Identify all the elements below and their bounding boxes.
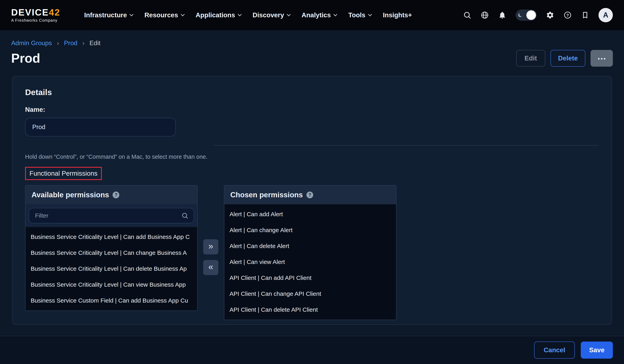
- permission-option[interactable]: Alert | Can view Alert: [224, 254, 396, 270]
- chosen-permissions-title: Chosen permissions: [230, 191, 303, 199]
- permission-option[interactable]: Business Service Custom Field | Can add …: [26, 293, 197, 309]
- double-chevron-left-icon: «: [208, 262, 213, 272]
- edit-button[interactable]: Edit: [516, 50, 545, 67]
- details-heading: Details: [25, 88, 599, 97]
- nav-item-tools[interactable]: Tools: [343, 8, 376, 23]
- nav-item-label: Tools: [348, 11, 365, 19]
- permission-option[interactable]: Business Service Criticality Level | Can…: [26, 261, 197, 277]
- permission-option[interactable]: API Client | Can delete API Client: [224, 302, 396, 318]
- permission-option[interactable]: Business Service Criticality Level | Can…: [26, 245, 197, 261]
- permission-option[interactable]: Alert | Can add Alert: [224, 206, 396, 222]
- ellipsis-icon: …: [597, 51, 606, 62]
- permission-option[interactable]: Business Service Criticality Level | Can…: [26, 277, 197, 293]
- breadcrumb: Admin Groups › Prod › Edit: [0, 30, 624, 47]
- multiselect-hint: Hold down “Control”, or “Command” on a M…: [25, 154, 599, 160]
- breadcrumb-prod[interactable]: Prod: [64, 39, 78, 46]
- logo-text: DEVICE42: [11, 8, 60, 17]
- nav-item-resources[interactable]: Resources: [140, 8, 189, 23]
- chevron-down-icon: [130, 12, 133, 16]
- more-actions-button[interactable]: …: [591, 50, 613, 67]
- save-button[interactable]: Save: [581, 341, 613, 359]
- functional-permissions-label: Functional Permissions: [29, 170, 97, 177]
- nav-item-label: Discovery: [253, 11, 284, 19]
- permission-option[interactable]: Alert | Can change Alert: [224, 222, 396, 238]
- available-permissions-header: Available permissions ?: [26, 185, 197, 204]
- globe-icon[interactable]: [481, 11, 489, 19]
- breadcrumb-admin-groups[interactable]: Admin Groups: [11, 39, 52, 46]
- page-header: Prod Edit Delete …: [0, 50, 624, 67]
- toggle-knob: [526, 10, 536, 20]
- cancel-button[interactable]: Cancel: [534, 341, 575, 359]
- available-permissions-title: Available permissions: [31, 191, 109, 199]
- nav-item-infrastructure[interactable]: Infrastructure: [79, 8, 138, 23]
- divider: [213, 145, 599, 146]
- nav-item-insights[interactable]: Insights+: [378, 8, 417, 23]
- chevron-down-icon: [287, 12, 291, 16]
- available-permissions-list: Business Service Criticality Level | Can…: [26, 227, 197, 311]
- page-title: Prod: [11, 51, 40, 66]
- navbar-actions: ? A: [463, 8, 613, 22]
- logo-subtitle: A Freshworks Company: [11, 18, 60, 23]
- details-card: Details Name: Hold down “Control”, or “C…: [12, 76, 612, 325]
- page-actions: Edit Delete …: [516, 50, 613, 67]
- search-icon[interactable]: [463, 11, 471, 19]
- nav-item-applications[interactable]: Applications: [191, 8, 246, 23]
- chosen-permissions-list: Alert | Can add Alert Alert | Can change…: [224, 204, 396, 320]
- functional-permissions-highlight: Functional Permissions: [25, 167, 102, 180]
- permission-option[interactable]: Business Service Criticality Level | Can…: [26, 229, 197, 245]
- form-footer: Cancel Save: [0, 336, 624, 364]
- chevron-down-icon: [333, 12, 337, 16]
- search-icon: [181, 212, 188, 219]
- chevron-down-icon: [238, 12, 242, 16]
- transfer-buttons: » «: [203, 239, 218, 275]
- remove-all-button[interactable]: «: [203, 260, 218, 275]
- permissions-transfer-widget: Available permissions ? Business Service…: [25, 185, 599, 320]
- bookmark-icon[interactable]: [581, 11, 589, 19]
- double-chevron-right-icon: »: [208, 241, 213, 251]
- avatar-letter: A: [603, 11, 608, 19]
- bell-icon[interactable]: [498, 11, 506, 19]
- main-menu: Infrastructure Resources Applications Di…: [79, 8, 416, 23]
- help-badge-icon[interactable]: ?: [113, 192, 119, 198]
- chevron-down-icon: [368, 12, 372, 16]
- breadcrumb-edit: Edit: [89, 39, 101, 46]
- breadcrumb-separator: ›: [82, 39, 84, 46]
- name-field[interactable]: [25, 118, 176, 136]
- chevron-down-icon: [181, 12, 185, 16]
- nav-item-label: Infrastructure: [84, 11, 127, 19]
- logo-42: 42: [49, 7, 60, 18]
- help-badge-icon[interactable]: ?: [306, 192, 313, 198]
- name-label: Name:: [25, 106, 599, 113]
- avatar[interactable]: A: [598, 8, 613, 22]
- breadcrumb-separator: ›: [57, 39, 59, 46]
- theme-toggle[interactable]: [516, 10, 537, 21]
- choose-all-button[interactable]: »: [203, 239, 218, 254]
- nav-item-discovery[interactable]: Discovery: [248, 8, 295, 23]
- gear-icon[interactable]: [546, 11, 554, 19]
- nav-item-label: Resources: [144, 11, 178, 19]
- chosen-permissions-header: Chosen permissions ?: [224, 185, 396, 204]
- delete-button[interactable]: Delete: [550, 50, 585, 67]
- nav-item-analytics[interactable]: Analytics: [297, 8, 342, 23]
- help-icon[interactable]: ?: [563, 11, 572, 19]
- filter-input[interactable]: [29, 208, 194, 223]
- chosen-permissions-panel: Chosen permissions ? Alert | Can add Ale…: [224, 185, 396, 320]
- svg-text:?: ?: [566, 13, 569, 18]
- nav-item-label: Applications: [196, 11, 235, 19]
- permission-option[interactable]: API Client | Can change API Client: [224, 286, 396, 302]
- moon-icon: [517, 11, 525, 19]
- device42-logo[interactable]: DEVICE42 A Freshworks Company: [11, 8, 60, 23]
- permission-option[interactable]: Alert | Can delete Alert: [224, 238, 396, 254]
- nav-item-label: Analytics: [302, 11, 331, 19]
- nav-item-label: Insights+: [383, 11, 412, 19]
- permission-option[interactable]: API Client | Can add API Client: [224, 270, 396, 286]
- filter-strip: [26, 204, 197, 227]
- top-navbar: DEVICE42 A Freshworks Company Infrastruc…: [0, 0, 624, 30]
- available-permissions-panel: Available permissions ? Business Service…: [25, 185, 198, 311]
